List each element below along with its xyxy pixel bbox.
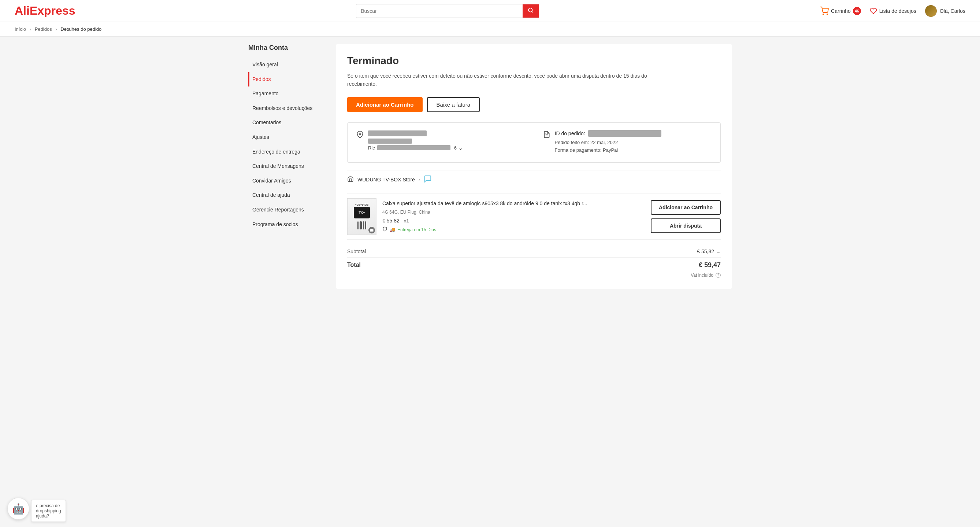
product-add-cart-button[interactable]: Adicionar ao Carrinho	[651, 200, 721, 215]
header: AliExpress Carrinho 46 Lista	[0, 0, 980, 22]
breadcrumb: Início › Pedidos › Detalhes do pedido	[0, 22, 980, 37]
sidebar-item-reportagens[interactable]: Gerencie Reportagens	[248, 203, 329, 217]
address-name	[368, 130, 525, 136]
download-invoice-button[interactable]: Baixe a fatura	[427, 97, 480, 112]
subtotal-amount: € 55,82	[697, 249, 714, 254]
breadcrumb-sep-2: ›	[55, 26, 57, 32]
breadcrumb-home[interactable]: Início	[15, 26, 26, 32]
address-section: Ric 6 ⌄	[348, 123, 534, 162]
search-bar	[356, 4, 539, 18]
sidebar-item-mensagens[interactable]: Central de Mensagens	[248, 159, 329, 174]
svg-point-4	[359, 133, 361, 135]
order-id-value	[588, 130, 662, 137]
total-row: Total € 59,47	[347, 257, 721, 273]
svg-point-7	[371, 230, 372, 231]
breadcrumb-current: Detalhes do pedido	[60, 26, 102, 32]
address-city-partial: Ric	[368, 145, 375, 151]
sidebar-title: Minha Conta	[248, 44, 329, 52]
main-content: Terminado Se o item que você recebeu est…	[336, 44, 732, 289]
address-phone	[368, 138, 525, 144]
product-qty: x1	[404, 218, 409, 224]
breadcrumb-orders[interactable]: Pedidos	[35, 26, 52, 32]
header-right: Carrinho 46 Lista de desejos Olá, Carlos	[820, 5, 965, 17]
add-to-cart-top-button[interactable]: Adicionar ao Carrinho	[347, 97, 423, 112]
product-image-container: 4GB+64GB TX+	[347, 198, 377, 235]
tv-box-visual: TX+	[354, 207, 370, 219]
shield-icon	[382, 227, 387, 233]
subtotal-value: € 55,82 ⌄	[697, 249, 721, 254]
svg-point-3	[827, 14, 828, 14]
total-value: € 59,47	[699, 261, 721, 269]
sidebar-item-comentarios[interactable]: Comentarios	[248, 115, 329, 130]
order-info-content: ID do pedido: Pedido feito em: 22 mai, 2…	[555, 130, 712, 155]
store-row: WUDUNG TV-BOX Store ›	[347, 170, 721, 188]
status-description: Se o item que você recebeu estiver com d…	[347, 72, 677, 88]
store-chat-icon[interactable]	[424, 175, 432, 185]
cart-count: 46	[853, 7, 861, 15]
order-summary: Subtotal € 55,82 ⌄ Total € 59,47 Vat inc…	[347, 240, 721, 278]
page-layout: Minha Conta Visão geral Pedidos Pagament…	[234, 37, 746, 296]
sidebar: Minha Conta Visão geral Pedidos Pagament…	[248, 44, 329, 289]
delivery-icon: 🚚	[390, 227, 395, 232]
sidebar-item-reembolsos[interactable]: Reembolsos e devoluções	[248, 101, 329, 116]
user-avatar	[925, 5, 937, 17]
vat-info-icon[interactable]: ?	[716, 273, 721, 278]
product-price: € 55,82	[382, 218, 399, 224]
cart-button[interactable]: Carrinho 46	[820, 6, 861, 15]
sidebar-item-ajustes[interactable]: Ajustes	[248, 130, 329, 145]
product-actions: Adicionar ao Carrinho Abrir disputa	[651, 200, 721, 233]
vat-label: Vat incluído	[691, 273, 713, 278]
subtotal-row: Subtotal € 55,82 ⌄	[347, 246, 721, 257]
location-icon	[356, 131, 364, 140]
address-city-row[interactable]: Ric 6 ⌄	[368, 144, 525, 151]
sidebar-item-endereco[interactable]: Endereço de entrega	[248, 145, 329, 160]
document-icon	[543, 131, 550, 140]
store-arrow: ›	[418, 177, 420, 182]
remote-visual	[358, 221, 366, 229]
camera-icon[interactable]	[368, 227, 375, 233]
total-label: Total	[347, 262, 361, 268]
order-payment: Forma de pagamento: PayPal	[555, 147, 712, 153]
action-buttons: Adicionar ao Carrinho Baixe a fatura	[347, 97, 721, 112]
store-icon	[347, 176, 354, 184]
page-title: Terminado	[347, 55, 721, 67]
svg-point-2	[823, 14, 824, 14]
user-menu-button[interactable]: Olá, Carlos	[925, 5, 965, 17]
subtotal-expand-icon[interactable]: ⌄	[716, 249, 721, 254]
wishlist-button[interactable]: Lista de desejos	[870, 7, 916, 14]
sidebar-item-pedidos[interactable]: Pedidos	[248, 72, 329, 87]
delivery-badge: 🚚 Entrega em 15 Dias	[382, 227, 645, 233]
product-title[interactable]: Caixa superior ajustada da tevê de amlog…	[382, 200, 645, 208]
address-content: Ric 6 ⌄	[368, 130, 525, 151]
order-date: Pedido feito em: 22 mai, 2022	[555, 140, 712, 145]
product-details: Caixa superior ajustada da tevê de amlog…	[382, 200, 645, 233]
product-img-label: 4GB+64GB	[355, 203, 369, 206]
product-variant: 4G 64G, EU Plug, China	[382, 210, 645, 215]
info-card: Ric 6 ⌄	[347, 122, 721, 163]
search-container	[356, 4, 539, 18]
vat-row: Vat incluído ?	[347, 273, 721, 278]
aliexpress-logo[interactable]: AliExpress	[15, 4, 75, 18]
product-row: 4GB+64GB TX+	[347, 193, 721, 240]
store-name[interactable]: WUDUNG TV-BOX Store	[358, 177, 415, 182]
order-info-section: ID do pedido: Pedido feito em: 22 mai, 2…	[534, 123, 721, 162]
address-expand-icon[interactable]: ⌄	[458, 144, 463, 151]
sidebar-item-pagamento[interactable]: Pagamento	[248, 86, 329, 101]
sidebar-item-socios[interactable]: Programa de socios	[248, 217, 329, 232]
sidebar-item-visao[interactable]: Visão geral	[248, 57, 329, 72]
wishlist-label: Lista de desejos	[879, 8, 916, 14]
product-price-row: € 55,82 x1	[382, 218, 645, 224]
search-input[interactable]	[356, 5, 523, 17]
order-id-row: ID do pedido:	[555, 130, 712, 137]
sidebar-item-ajuda[interactable]: Central de ajuda	[248, 188, 329, 203]
order-id-label: ID do pedido:	[555, 131, 585, 136]
svg-point-0	[528, 8, 533, 12]
user-greeting: Olá, Carlos	[940, 8, 965, 14]
open-dispute-button[interactable]: Abrir disputa	[651, 219, 721, 233]
cart-label: Carrinho	[831, 8, 851, 14]
sidebar-item-convidar[interactable]: Convidar Amigos	[248, 174, 329, 188]
subtotal-label: Subtotal	[347, 249, 366, 254]
svg-line-1	[532, 11, 533, 13]
delivery-text: Entrega em 15 Dias	[397, 227, 436, 232]
search-button[interactable]	[523, 5, 539, 18]
